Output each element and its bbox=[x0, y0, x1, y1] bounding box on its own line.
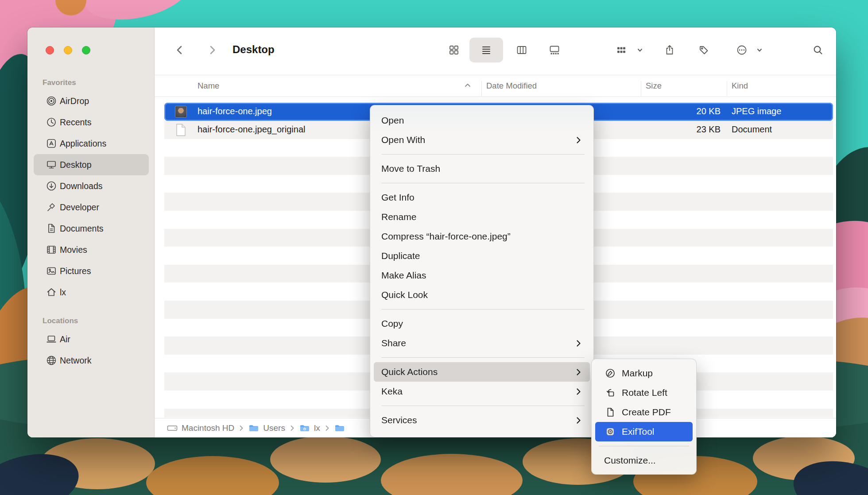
menu-item-services[interactable]: Services bbox=[374, 410, 590, 430]
forward-button[interactable] bbox=[202, 40, 222, 60]
column-header-size[interactable]: Size bbox=[646, 81, 662, 91]
submenu-item-markup[interactable]: Markup bbox=[595, 364, 693, 383]
drive-icon bbox=[167, 424, 178, 432]
menu-item-keka[interactable]: Keka bbox=[374, 382, 590, 401]
menu-separator bbox=[381, 309, 585, 309]
path-separator-icon bbox=[325, 425, 329, 431]
column-header-kind[interactable]: Kind bbox=[732, 81, 748, 91]
submenu-item-customize[interactable]: Customize... bbox=[595, 451, 693, 470]
menu-item-open-with[interactable]: Open With bbox=[374, 130, 590, 150]
file-size: 20 KB bbox=[641, 106, 721, 116]
list-view-button[interactable] bbox=[477, 40, 496, 60]
download-circle-icon bbox=[46, 180, 57, 192]
column-divider bbox=[727, 81, 727, 96]
menu-item-duplicate[interactable]: Duplicate bbox=[374, 246, 590, 266]
submenu-item-create-pdf[interactable]: Create PDF bbox=[595, 402, 693, 422]
submenu-chevron-icon bbox=[576, 136, 581, 144]
airdrop-icon bbox=[46, 95, 57, 107]
image-thumbnail bbox=[175, 106, 187, 118]
column-view-button[interactable] bbox=[512, 40, 531, 60]
exiftool-app-icon bbox=[604, 426, 616, 437]
file-name: hair-force-one.jpeg bbox=[198, 106, 272, 116]
blank-document-icon bbox=[176, 124, 186, 136]
zoom-button[interactable] bbox=[82, 46, 90, 54]
home-icon bbox=[46, 286, 57, 298]
menu-separator bbox=[381, 154, 585, 155]
film-icon bbox=[46, 244, 57, 255]
close-button[interactable] bbox=[46, 46, 54, 54]
path-item-users[interactable]: Users bbox=[248, 423, 285, 433]
app-grid-icon bbox=[46, 138, 57, 149]
sidebar-item-pictures[interactable]: Pictures bbox=[34, 260, 149, 282]
photo-icon bbox=[46, 265, 57, 277]
menu-item-share[interactable]: Share bbox=[374, 333, 590, 353]
menu-item-open[interactable]: Open bbox=[374, 111, 590, 130]
sidebar-item-label: AirDrop bbox=[60, 96, 89, 106]
chevron-down-icon[interactable] bbox=[754, 40, 765, 60]
sidebar-item-label: Network bbox=[60, 356, 92, 366]
sidebar-item-label: Recents bbox=[60, 117, 92, 128]
menu-item-copy[interactable]: Copy bbox=[374, 314, 590, 333]
list-header: Name Date Modified Size Kind bbox=[155, 75, 836, 97]
wallpaper-stone bbox=[270, 436, 381, 483]
sidebar-item-label: Applications bbox=[60, 139, 106, 149]
icon-view-button[interactable] bbox=[444, 40, 464, 60]
sidebar-item-air[interactable]: Air bbox=[34, 329, 149, 350]
menu-item-quick-look[interactable]: Quick Look bbox=[374, 285, 590, 305]
minimize-button[interactable] bbox=[64, 46, 72, 54]
sidebar-item-applications[interactable]: Applications bbox=[34, 133, 149, 154]
monitor-icon bbox=[46, 159, 57, 170]
sidebar-item-desktop[interactable]: Desktop bbox=[34, 154, 149, 175]
sidebar-item-downloads[interactable]: Downloads bbox=[34, 175, 149, 197]
path-separator-icon bbox=[239, 425, 244, 431]
clock-icon bbox=[46, 116, 57, 128]
path-separator-icon bbox=[290, 425, 294, 431]
group-button[interactable] bbox=[612, 40, 631, 60]
path-item-partial[interactable] bbox=[334, 424, 349, 432]
file-kind: JPEG image bbox=[732, 106, 781, 116]
submenu-chevron-icon bbox=[576, 368, 581, 376]
document-icon bbox=[46, 223, 57, 234]
path-item-macintosh-hd[interactable]: Macintosh HD bbox=[167, 423, 234, 433]
sidebar-item-developer[interactable]: Developer bbox=[34, 197, 149, 218]
sidebar-item-label: Documents bbox=[60, 224, 104, 234]
menu-item-rename[interactable]: Rename bbox=[374, 207, 590, 227]
share-button[interactable] bbox=[660, 40, 679, 60]
traffic-lights bbox=[46, 46, 90, 54]
sidebar-item-movies[interactable]: Movies bbox=[34, 239, 149, 260]
markup-icon bbox=[604, 368, 616, 379]
create-pdf-icon bbox=[604, 407, 616, 418]
sidebar-item-lx[interactable]: lx bbox=[34, 282, 149, 303]
gallery-view-button[interactable] bbox=[545, 40, 564, 60]
context-menu: Open Open With Move to Trash Get Info Re… bbox=[370, 105, 594, 437]
sidebar-item-recents[interactable]: Recents bbox=[34, 112, 149, 133]
sidebar-item-network[interactable]: Network bbox=[34, 350, 149, 371]
file-size: 23 KB bbox=[641, 124, 721, 135]
sidebar-item-documents[interactable]: Documents bbox=[34, 218, 149, 239]
submenu-chevron-icon bbox=[576, 340, 581, 347]
file-kind: Document bbox=[732, 124, 772, 135]
column-header-date-modified[interactable]: Date Modified bbox=[486, 81, 537, 91]
folder-icon bbox=[334, 424, 345, 432]
column-divider bbox=[481, 81, 482, 96]
menu-item-get-info[interactable]: Get Info bbox=[374, 188, 590, 207]
path-item-lx[interactable]: lx bbox=[299, 423, 320, 433]
sidebar-item-label: Air bbox=[60, 334, 70, 344]
menu-item-make-alias[interactable]: Make Alias bbox=[374, 266, 590, 285]
chevron-down-icon[interactable] bbox=[635, 40, 645, 60]
submenu-chevron-icon bbox=[576, 417, 581, 424]
submenu-item-rotate-left[interactable]: Rotate Left bbox=[595, 383, 693, 402]
hammer-icon bbox=[46, 201, 57, 213]
menu-item-move-to-trash[interactable]: Move to Trash bbox=[374, 159, 590, 178]
file-name: hair-force-one.jpeg_original bbox=[198, 124, 305, 135]
menu-item-compress[interactable]: Compress “hair-force-one.jpeg” bbox=[374, 227, 590, 246]
sidebar-item-airdrop[interactable]: AirDrop bbox=[34, 90, 149, 112]
submenu-item-exiftool[interactable]: ExifTool bbox=[595, 422, 693, 441]
back-button[interactable] bbox=[170, 40, 190, 60]
sidebar-item-label: Movies bbox=[60, 245, 87, 255]
column-header-name[interactable]: Name bbox=[198, 81, 219, 91]
menu-item-quick-actions[interactable]: Quick Actions bbox=[374, 362, 590, 382]
tags-button[interactable] bbox=[694, 40, 714, 60]
more-actions-button[interactable] bbox=[732, 40, 752, 60]
search-button[interactable] bbox=[808, 40, 828, 60]
